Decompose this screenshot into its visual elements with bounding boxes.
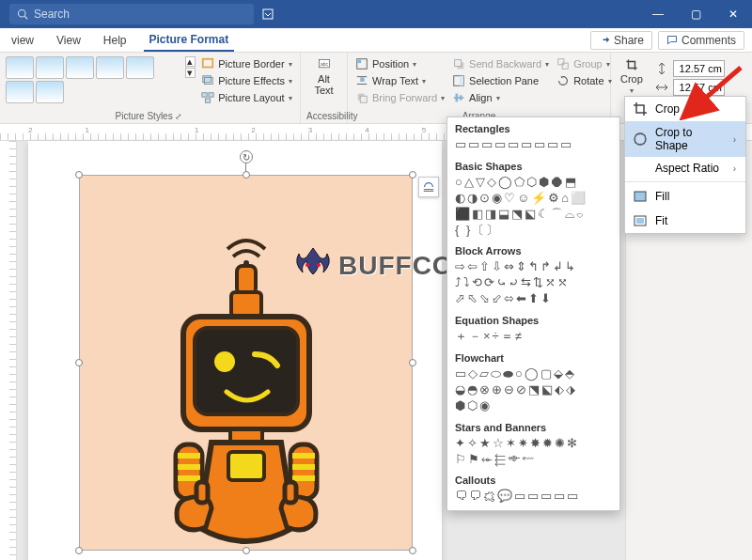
resize-handle-bl[interactable] [75, 547, 83, 554]
share-label: Share [614, 34, 644, 47]
tab-preview[interactable]: view [6, 30, 39, 51]
bring-forward-button[interactable]: Bring Forward▾ [353, 90, 446, 105]
annotation-arrow [677, 64, 743, 120]
shapes-header-rectangles: Rectangles [447, 117, 619, 137]
picture-effects-button[interactable]: Picture Effects▾ [199, 73, 294, 88]
crop-menu-crop-to-shape[interactable]: Crop to Shape › [625, 121, 745, 157]
crop-menu-fit[interactable]: Fit [625, 209, 745, 233]
fill-label: Fill [655, 190, 669, 203]
svg-rect-8 [206, 99, 211, 102]
shapes-row-callouts[interactable]: 🗨🗩🗯💬▭▭▭▭▭ [447, 489, 619, 506]
resize-handle-tr[interactable] [409, 171, 416, 179]
picture-styles-gallery[interactable] [6, 56, 180, 103]
shapes-header-basic: Basic Shapes [447, 155, 619, 175]
crop-label: Crop [620, 73, 643, 85]
comments-label: Comments [682, 34, 736, 47]
send-backward-button[interactable]: Send Backward▾ [450, 56, 551, 71]
resize-handle-l[interactable] [75, 359, 83, 366]
comments-button[interactable]: Comments [658, 31, 744, 50]
bring-forward-label: Bring Forward [372, 92, 437, 103]
group-label-accessibility: Accessibility [306, 109, 341, 121]
style-thumb[interactable] [6, 81, 34, 103]
group-label-text: Group [573, 58, 603, 70]
title-bar: Search — ▢ ✕ [0, 0, 752, 28]
svg-point-32 [214, 351, 235, 372]
minimize-button[interactable]: — [639, 0, 677, 28]
wrap-text-button[interactable]: Wrap Text▾ [353, 73, 446, 88]
tab-help[interactable]: Help [98, 30, 133, 51]
resize-handle-b[interactable] [243, 547, 250, 554]
rotate-handle[interactable] [240, 150, 253, 163]
share-icon [599, 35, 610, 46]
resize-handle-t[interactable] [243, 171, 250, 179]
page[interactable] [28, 141, 442, 560]
rotate-label: Rotate [573, 75, 603, 86]
shapes-header-callouts: Callouts [447, 469, 619, 489]
picture-border-label: Picture Border [218, 58, 284, 70]
position-icon [355, 57, 368, 70]
picture-effects-icon [201, 74, 214, 87]
tab-view[interactable]: View [51, 30, 86, 51]
shapes-row-stars[interactable]: ✦✧★☆✶✷✸✹✺✻⚐⚑⬰⬱⬲⬳ [447, 436, 619, 470]
position-button[interactable]: Position▾ [353, 56, 446, 71]
picture-layout-button[interactable]: Picture Layout▾ [199, 90, 294, 105]
shapes-row-rectangles[interactable]: ▭▭▭▭▭▭▭▭▭ [447, 137, 619, 155]
close-button[interactable]: ✕ [714, 0, 752, 28]
svg-rect-43 [196, 482, 208, 503]
search-placeholder: Search [34, 8, 70, 21]
layout-options-icon [422, 180, 435, 194]
style-thumb[interactable] [36, 81, 64, 103]
style-thumb[interactable] [96, 56, 124, 79]
style-thumb[interactable] [126, 56, 154, 79]
group-button[interactable]: Group▾ [555, 56, 613, 71]
shapes-row-basic[interactable]: ○△▽◇◯⬠⬡⬢⯃⬒◐◑⊙◉♡☺⚡⚙⌂⬜⬛◧◨⬓⬔⬕☾⌒⌓⌔{ }〔〕 [447, 175, 619, 241]
shapes-row-equation[interactable]: ＋－×÷＝≠ [447, 329, 619, 347]
alt-text-button[interactable]: abc Alt Text [310, 56, 337, 98]
ribbon-tabs: view View Help Picture Format Share Comm… [0, 28, 752, 53]
wrap-text-icon [355, 74, 368, 87]
shapes-row-arrows[interactable]: ⇨⇦⇧⇩⇔⇕↰↱↲↳⤴⤵⟲⟳⤿⤾⇆⇅⤱⤲⬀⬁⬂⬃⬄⬅⬆⬇ [447, 259, 619, 309]
style-thumb[interactable] [6, 56, 34, 79]
group-accessibility: abc Alt Text Accessibility [301, 53, 348, 123]
svg-rect-28 [237, 266, 256, 294]
selected-picture[interactable] [79, 175, 413, 551]
crop-to-shape-label: Crop to Shape [655, 126, 726, 152]
share-button[interactable]: Share [590, 31, 652, 50]
crop-menu-aspect-ratio[interactable]: Aspect Ratio › [625, 157, 745, 179]
crop-to-shape-icon [633, 132, 648, 147]
search-icon [17, 8, 28, 20]
svg-rect-29 [231, 292, 261, 317]
svg-rect-21 [460, 76, 463, 86]
tab-picture-format[interactable]: Picture Format [144, 29, 235, 52]
dialog-launcher-icon[interactable]: ⤢ [175, 112, 184, 121]
chevron-right-icon: › [733, 134, 736, 145]
style-thumb[interactable] [66, 56, 94, 79]
align-button[interactable]: Align▾ [450, 90, 551, 105]
maximize-button[interactable]: ▢ [677, 0, 714, 28]
ribbon-display-options[interactable] [254, 8, 282, 20]
comments-icon [666, 35, 678, 46]
resize-handle-tl[interactable] [75, 171, 83, 179]
search-box[interactable]: Search [9, 4, 254, 24]
picture-border-button[interactable]: Picture Border▾ [199, 56, 294, 71]
vertical-ruler[interactable] [0, 141, 17, 560]
crop-icon [633, 101, 648, 117]
resize-handle-r[interactable] [409, 359, 416, 366]
svg-rect-34 [228, 452, 264, 480]
crop-button[interactable]: Crop ▾ [617, 56, 647, 97]
svg-point-47 [634, 133, 646, 145]
svg-rect-48 [635, 134, 645, 144]
width-icon [654, 80, 669, 95]
rotate-icon [556, 74, 570, 87]
layout-options-button[interactable] [418, 177, 439, 197]
svg-rect-12 [358, 60, 362, 64]
style-thumb[interactable] [36, 56, 64, 79]
shapes-row-flowchart[interactable]: ▭◇▱⬭⬬○◯▢⬙⬘◒◓⊗⊕⊖⊘⬔⬕⬖⬗⬢⬡◉ [447, 366, 619, 416]
rotate-button[interactable]: Rotate▾ [555, 73, 613, 88]
crop-menu-fill[interactable]: Fill [625, 184, 745, 209]
selection-pane-button[interactable]: Selection Pane [450, 73, 551, 88]
resize-handle-br[interactable] [409, 547, 416, 554]
gallery-more[interactable]: ▴▾ [185, 56, 196, 78]
align-icon [452, 91, 465, 104]
svg-rect-19 [455, 60, 462, 67]
